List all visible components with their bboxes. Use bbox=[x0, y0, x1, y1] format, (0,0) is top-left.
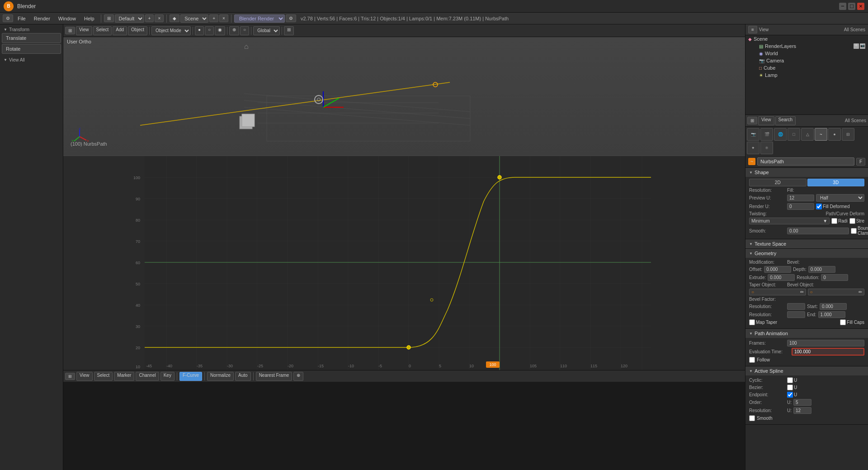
follow-check[interactable] bbox=[749, 357, 755, 363]
render-engine-selector[interactable]: Blender Render bbox=[234, 14, 285, 23]
stre-check[interactable] bbox=[849, 218, 855, 224]
mode-selector[interactable]: Object Mode bbox=[151, 26, 191, 35]
name-input[interactable]: NurbsPath bbox=[757, 157, 854, 166]
shape-header[interactable]: Shape bbox=[745, 168, 868, 177]
add-menu[interactable]: Add bbox=[113, 26, 127, 35]
geometry-header[interactable]: Geometry bbox=[745, 249, 868, 258]
graph-marker[interactable]: Marker bbox=[114, 372, 134, 381]
graph-snap[interactable]: ⊕ bbox=[293, 372, 303, 381]
twisting-dropdown[interactable]: Minimum ▼ bbox=[749, 218, 830, 224]
texture-space-header[interactable]: Texture Space bbox=[745, 239, 868, 248]
maximize-button[interactable]: □ bbox=[848, 3, 855, 10]
scene-del-icon[interactable]: × bbox=[219, 14, 228, 22]
viewport-icon[interactable]: ⊞ bbox=[65, 27, 75, 34]
active-spline-header[interactable]: Active Spline bbox=[745, 366, 868, 375]
cyclic-u-check[interactable] bbox=[787, 377, 793, 383]
layout-icon[interactable]: ⊞ bbox=[104, 14, 114, 22]
texture-tab[interactable]: ⊟ bbox=[842, 128, 854, 141]
transform-section-title[interactable]: Transform bbox=[2, 26, 61, 33]
bevel-selector[interactable]: ○ ✏ bbox=[808, 289, 865, 295]
view-all-title[interactable]: View All bbox=[2, 57, 61, 63]
overlay-toggles[interactable]: ⊞ bbox=[284, 26, 294, 35]
outliner-lamp[interactable]: ☀ Lamp bbox=[751, 71, 868, 79]
snap-btn[interactable]: ⊕ bbox=[229, 26, 239, 35]
viewport-shading[interactable]: ● bbox=[195, 26, 204, 35]
bevel-res2-input[interactable] bbox=[787, 311, 805, 318]
graph-curve-type[interactable]: F-Curve bbox=[179, 372, 202, 381]
visibility-icon[interactable]: 👁 bbox=[854, 43, 859, 49]
bevel-res-input[interactable] bbox=[787, 303, 805, 310]
mesh-tab[interactable]: △ bbox=[801, 128, 814, 141]
endpoint-u-check[interactable] bbox=[787, 392, 793, 398]
curve-tab[interactable]: ~ bbox=[815, 128, 827, 141]
graph-editor[interactable]: ⊞ View Select Marker Channel Key F-Curve… bbox=[63, 156, 745, 382]
render-tab[interactable]: 📷 bbox=[747, 128, 760, 141]
start-input[interactable] bbox=[820, 303, 847, 310]
outliner-renderlayers[interactable]: ▤ RenderLayers 👁 📷 bbox=[751, 43, 868, 50]
rotate-button[interactable]: Rotate bbox=[2, 44, 61, 54]
viewport-wireframe[interactable]: ○ bbox=[205, 26, 214, 35]
bounds-clamp-check[interactable] bbox=[851, 228, 857, 234]
2d-btn[interactable]: 2D bbox=[749, 179, 807, 186]
graph-auto[interactable]: Auto bbox=[235, 372, 251, 381]
fill-deformed-check[interactable] bbox=[816, 204, 822, 209]
spline-res-u-input[interactable] bbox=[793, 407, 811, 414]
graph-view[interactable]: View bbox=[76, 372, 93, 381]
minimize-button[interactable]: − bbox=[839, 3, 846, 10]
graph-type-icon[interactable]: ⊞ bbox=[65, 373, 75, 380]
material-tab[interactable]: ● bbox=[828, 128, 841, 141]
spline-smooth-check[interactable] bbox=[749, 415, 755, 421]
3d-btn[interactable]: 3D bbox=[807, 179, 865, 186]
render-u-input[interactable] bbox=[787, 203, 814, 210]
scene-selector[interactable]: Scene bbox=[180, 14, 208, 23]
bezier-u-check[interactable] bbox=[787, 385, 793, 390]
object-tab[interactable]: □ bbox=[788, 128, 800, 141]
outliner-camera[interactable]: 📷 Camera bbox=[751, 57, 868, 64]
screen-del-icon[interactable]: × bbox=[155, 14, 164, 22]
outliner-icon[interactable]: ≡ bbox=[748, 26, 757, 33]
preview-u-input[interactable] bbox=[787, 195, 814, 201]
graph-channel[interactable]: Channel bbox=[136, 372, 159, 381]
nearest-frame-btn[interactable]: Nearest Frame bbox=[256, 372, 292, 381]
render-icon[interactable]: 📷 bbox=[860, 43, 865, 49]
graph-select[interactable]: Select bbox=[94, 372, 113, 381]
fake-user-btn[interactable]: F bbox=[856, 158, 865, 166]
end-input[interactable] bbox=[818, 311, 845, 318]
path-animation-header[interactable]: Path Animation bbox=[745, 329, 868, 338]
graph-key[interactable]: Key bbox=[160, 372, 175, 381]
scene-tab[interactable]: 🎬 bbox=[760, 128, 773, 141]
graph-normalize[interactable]: Normalize bbox=[207, 372, 234, 381]
engine-settings-icon[interactable]: ⚙ bbox=[286, 14, 296, 22]
search-btn[interactable]: Search bbox=[775, 116, 796, 125]
close-button[interactable]: × bbox=[857, 3, 864, 10]
menu-file[interactable]: File bbox=[14, 15, 29, 22]
world-tab[interactable]: 🌐 bbox=[774, 128, 787, 141]
prop-edit[interactable]: ○ bbox=[240, 26, 249, 35]
translate-button[interactable]: Translate bbox=[2, 33, 61, 43]
outliner-scene[interactable]: ◆ Scene bbox=[745, 35, 868, 43]
blender-menu-icon[interactable]: ⚙ bbox=[3, 14, 13, 22]
particles-tab[interactable]: ✦ bbox=[747, 142, 760, 154]
transform-orientation[interactable]: Global bbox=[253, 26, 280, 35]
smooth-input[interactable] bbox=[787, 228, 849, 234]
menu-render[interactable]: Render bbox=[30, 15, 54, 22]
frames-input[interactable]: 100 bbox=[787, 340, 864, 347]
menu-window[interactable]: Window bbox=[55, 15, 80, 22]
prop-icon-btn[interactable]: ⊞ bbox=[747, 117, 757, 124]
screen-icon[interactable]: + bbox=[145, 14, 154, 22]
outliner-world[interactable]: ◉ World bbox=[751, 50, 868, 57]
outliner-cube[interactable]: □ Cube bbox=[751, 64, 868, 71]
map-taper-check[interactable] bbox=[749, 319, 755, 325]
order-u-input[interactable] bbox=[793, 399, 811, 406]
extrude-input[interactable] bbox=[768, 274, 795, 281]
view-btn[interactable]: View bbox=[758, 116, 774, 125]
scene-icon[interactable]: ◆ bbox=[170, 14, 179, 22]
fill-caps-check[interactable] bbox=[840, 319, 846, 325]
menu-help[interactable]: Help bbox=[80, 15, 98, 22]
taper-selector[interactable]: ○ ✏ bbox=[749, 289, 806, 295]
radi-check[interactable] bbox=[831, 218, 837, 224]
select-menu[interactable]: Select bbox=[93, 26, 112, 35]
eval-time-input[interactable]: 100.000 bbox=[792, 348, 864, 356]
resolution-geo-input[interactable] bbox=[821, 274, 848, 281]
view-menu[interactable]: View bbox=[76, 26, 92, 35]
